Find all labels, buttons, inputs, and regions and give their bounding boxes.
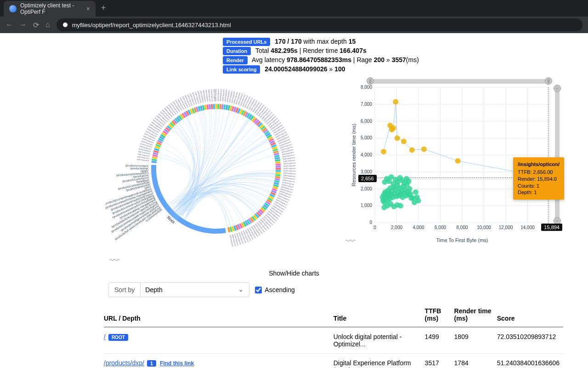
sort-controls: Sort by Depth Ascending [0,281,588,303]
site-info-icon [63,23,68,27]
x-range-slider[interactable]: || || [370,79,548,84]
results-table: URL / Depth Title TTFB (ms) Render time … [104,303,563,368]
svg-line-193 [393,102,396,128]
svg-point-261 [398,203,403,208]
stats-block: Processed URLs 170 / 170 with max depth … [0,33,588,76]
url-link[interactable]: /products/dxp/ [104,359,144,367]
svg-point-243 [416,198,421,203]
svg-point-268 [401,139,407,144]
svg-text:10,000: 10,000 [477,225,491,230]
page-content: Processed URLs 170 / 170 with max depth … [0,33,588,368]
svg-point-267 [395,135,400,141]
stat-score: Link scoring 24.000524884099026 » 100 [223,65,588,74]
browser-tab[interactable]: Optimizely client test - OptiPerf F × [4,1,96,17]
table-row: /ROOTUnlock digital potential - Optimize… [104,327,563,354]
slider-handle-icon[interactable]: || [367,77,374,85]
new-tab-button[interactable]: + [96,0,112,17]
url-text: myfiles/optiperf/report_optimizelyclient… [72,22,231,29]
browser-tab-strip: Optimizely client test - OptiPerf F × + [0,0,588,17]
tooltip-title: /insights/opticon/ [518,161,560,168]
close-icon[interactable]: × [86,5,90,12]
cell-title: Unlock digital potential - Optimizel... [334,327,425,354]
depth-badge: 1 [147,360,156,367]
svg-point-270 [421,146,427,152]
y-range-slider[interactable]: = = [555,86,560,223]
svg-point-271 [455,158,461,164]
stat-duration: Duration Total 482.295s | Render time 16… [223,47,588,55]
cell-render: 1784 [454,354,497,368]
svg-text:Time To First Byte (ms): Time To First Byte (ms) [436,237,488,243]
badge-duration: Duration [223,47,251,55]
badge-processed: Processed URLs [223,38,270,46]
cell-ttfb: 3517 [425,354,454,368]
toggle-charts-link[interactable]: Show/Hide charts [0,268,588,281]
x-crosshair-label: 15,894 [541,224,562,231]
svg-text:3,000: 3,000 [361,169,372,174]
svg-text:0: 0 [369,220,372,225]
slider-handle-icon[interactable]: || [545,77,552,85]
table-row: /products/dxp/1Find this linkDigital Exp… [104,354,563,368]
url-bar[interactable]: myfiles/optiperf/report_optimizelyclient… [57,18,582,31]
svg-point-262 [381,149,386,155]
forward-icon[interactable]: → [19,21,27,29]
find-link[interactable]: Find this link [160,360,194,367]
chord-chart[interactable]: /products/content//products/dxp//apps//p… [106,79,340,268]
svg-text:7,000: 7,000 [361,102,372,107]
badge-score: Link scoring [223,65,260,74]
svg-text:14,000: 14,000 [520,225,535,230]
svg-point-236 [407,186,413,192]
th-render[interactable]: Render time (ms) [454,303,497,327]
svg-text:0: 0 [373,225,376,230]
back-icon[interactable]: ← [6,21,13,29]
svg-text:8,000: 8,000 [361,85,372,90]
svg-text:1,000: 1,000 [361,203,372,208]
sort-by-label: Sort by [108,282,140,297]
svg-point-266 [393,99,398,104]
svg-text:4,000: 4,000 [413,225,424,230]
stat-processed: Processed URLs 170 / 170 with max depth … [223,38,588,46]
th-ttfb[interactable]: TTFB (ms) [425,303,454,327]
th-title[interactable]: Title [334,303,425,327]
svg-point-255 [406,178,412,184]
svg-line-194 [396,102,397,138]
sparkline-icon: 〰︎ [345,236,356,247]
cell-render: 1809 [454,327,497,354]
svg-point-269 [409,147,415,153]
cell-score: 72.03510209893712 [497,327,563,354]
svg-point-265 [390,125,396,131]
svg-text:2,000: 2,000 [391,225,402,230]
y-crosshair-label: 2,656 [358,175,377,182]
svg-text:2,000: 2,000 [361,186,372,191]
cell-score: 51.240384001636606 [497,354,563,368]
sparkline-icon: 〰︎ [109,255,119,267]
svg-text:8,000: 8,000 [456,225,468,230]
badge-render: Render [223,56,248,64]
svg-text:Resources render time (ms): Resources render time (ms) [351,124,356,186]
browser-toolbar: ← → ⟳ ⌂ myfiles/optiperf/report_optimize… [0,17,588,33]
svg-point-241 [413,190,418,195]
reload-icon[interactable]: ⟳ [33,21,39,29]
tab-title: Optimizely client test - OptiPerf F [20,2,81,15]
cell-title: Digital Experience Platform (DXP) - ... [334,354,425,368]
stat-render: Render Avg latency 978.864705882353ms | … [223,56,588,64]
home-icon[interactable]: ⌂ [45,21,50,29]
th-url[interactable]: URL / Depth [104,303,334,327]
th-score[interactable]: Score [497,303,563,327]
svg-text:6,000: 6,000 [435,225,446,230]
url-link[interactable]: / [104,333,106,340]
svg-text:5,000: 5,000 [361,135,372,140]
scatter-tooltip: /insights/opticon/ TTFB: 2,656.00 Render… [513,157,564,200]
ascending-checkbox[interactable]: Ascending [255,286,294,293]
cell-ttfb: 1499 [425,327,454,354]
svg-text:4,000: 4,000 [361,152,372,157]
charts-row: /products/content//products/dxp//apps//p… [0,76,588,268]
ascending-input[interactable] [255,287,262,293]
scatter-chart[interactable]: || || = = 02,0004,0006,0008,00010,00012,… [349,79,560,245]
root-badge: ROOT [108,334,128,341]
sort-select[interactable]: Depth [140,282,249,297]
svg-text:6,000: 6,000 [361,119,372,124]
slider-handle-icon[interactable]: = [554,85,561,92]
favicon-icon [9,5,17,12]
svg-text:12,000: 12,000 [499,225,513,230]
